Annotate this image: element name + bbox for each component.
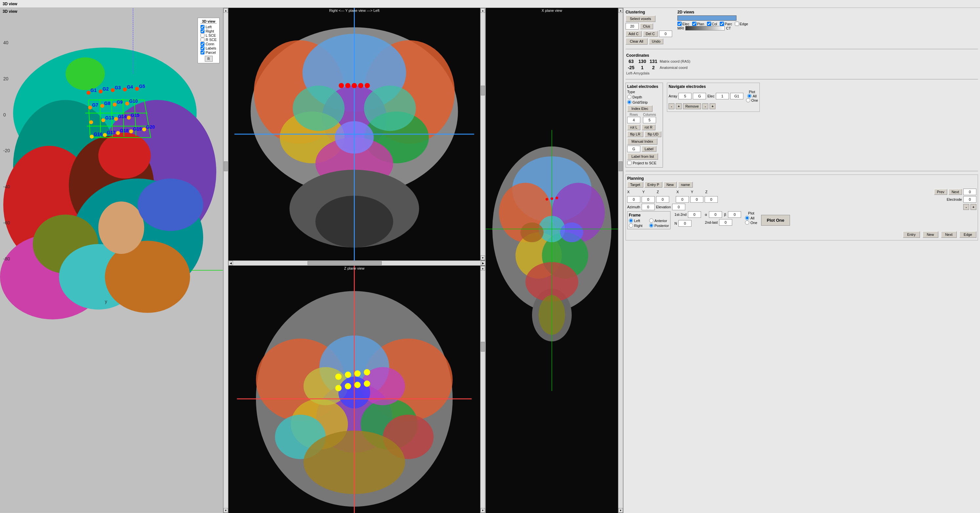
scroll-up-btn[interactable]: ▲ <box>223 8 228 13</box>
label-from-list-btn[interactable]: Label from list <box>627 153 658 160</box>
entry-p-btn[interactable]: Entry P <box>644 182 662 187</box>
elec-minus-btn[interactable]: - <box>702 103 708 109</box>
new2-btn[interactable]: New <box>923 231 938 238</box>
x-scroll-down[interactable]: ▼ <box>618 508 623 513</box>
anterior-radio-item[interactable]: Anterior <box>649 218 669 223</box>
elec-plan-plus-btn[interactable]: + <box>970 204 977 210</box>
rows-input[interactable] <box>627 117 640 123</box>
x-scroll-thumb[interactable] <box>619 161 623 171</box>
array-plus-btn[interactable]: + <box>676 103 682 109</box>
n-input[interactable] <box>678 220 692 227</box>
anterior-radio[interactable] <box>649 218 654 223</box>
edge-checkbox[interactable] <box>735 22 739 26</box>
g-input[interactable] <box>627 146 640 152</box>
elec-checkbox[interactable] <box>678 22 682 26</box>
grid-strip-radio-item[interactable]: Grid/Strip <box>627 100 648 104</box>
edge-btn[interactable]: Edge <box>959 231 977 238</box>
all-radio-item[interactable]: All <box>747 94 757 98</box>
clus-btn[interactable]: Clus <box>640 23 653 29</box>
z-plane-scrollbar[interactable]: ▲ ▼ <box>480 266 485 513</box>
del-c-value[interactable] <box>659 30 672 37</box>
col-checkbox[interactable] <box>707 22 711 26</box>
next-plan-btn[interactable]: Next <box>948 189 962 195</box>
parc-check-item[interactable]: Parc <box>720 22 732 26</box>
nav-all-radio[interactable] <box>747 94 752 98</box>
azimuth-input[interactable] <box>642 204 655 210</box>
y-scroll-up[interactable]: ▲ <box>480 8 485 13</box>
g-nav-input[interactable] <box>693 93 706 99</box>
plan-checkbox[interactable] <box>692 22 697 26</box>
plot-one-radio[interactable] <box>745 221 749 225</box>
x-scroll-track[interactable] <box>619 13 623 508</box>
h-scroll-left[interactable]: ◀ <box>228 261 233 265</box>
x-plane-canvas[interactable]: X plane view <box>486 8 618 513</box>
right-checkbox-item[interactable]: Right <box>200 29 216 33</box>
r-button[interactable]: R <box>205 56 213 62</box>
left-checkbox[interactable] <box>200 25 204 29</box>
y-scroll-down[interactable]: ▼ <box>480 256 485 260</box>
depth-radio-item[interactable]: Depth <box>627 95 642 99</box>
parcel-checkbox-item[interactable]: Parcel <box>200 51 216 54</box>
select-voxels-btn[interactable]: Select voxels <box>625 16 655 22</box>
z-plane-canvas[interactable]: Z plane view <box>228 266 480 513</box>
conn-checkbox-item[interactable]: Conn <box>200 42 216 46</box>
remove-btn[interactable]: Remove <box>683 103 701 109</box>
array-minus-btn[interactable]: - <box>668 103 675 109</box>
alpha-input[interactable] <box>709 211 722 218</box>
plot-all-radio[interactable] <box>745 216 749 220</box>
y2-val-input[interactable] <box>690 196 703 203</box>
y-plane-canvas[interactable]: Right <--- Y plane view ---> Left <box>228 8 480 260</box>
right-checkbox[interactable] <box>200 29 204 33</box>
flip-lr-btn[interactable]: flip LR <box>627 131 643 137</box>
entry-btn[interactable]: Entry <box>903 231 920 238</box>
conn-checkbox[interactable] <box>200 42 204 46</box>
3d-brain-view[interactable]: G1 G2 G3 G4 G5 G7 G8 G9 G10 G13 G14 <box>0 8 223 513</box>
scroll-track[interactable] <box>224 13 228 508</box>
z-scroll-thumb[interactable] <box>481 342 485 352</box>
electrode-val-input[interactable] <box>963 196 977 203</box>
scroll-down-btn[interactable]: ▼ <box>223 508 228 513</box>
second-last-input[interactable] <box>719 219 732 226</box>
rot-r-btn[interactable]: rot R <box>642 124 655 130</box>
x-scroll-up[interactable]: ▲ <box>618 8 623 13</box>
right-frame-radio-item[interactable]: Right <box>629 223 649 228</box>
lsce-checkbox[interactable] <box>200 33 204 37</box>
2d-slider-bar[interactable] <box>678 16 737 21</box>
lsce-checkbox-item[interactable]: L SCE <box>200 33 216 37</box>
labels-checkbox-item[interactable]: Labels <box>200 46 216 50</box>
manual-index-btn[interactable]: Manual Index <box>627 138 657 145</box>
project-to-sce-checkbox[interactable] <box>627 161 632 165</box>
elevation-input[interactable] <box>672 204 685 210</box>
y-val-input[interactable] <box>642 196 655 203</box>
g1-input[interactable] <box>730 93 743 99</box>
left-checkbox-item[interactable]: Left <box>200 25 216 29</box>
undo-btn[interactable]: Undo <box>649 38 663 44</box>
z-scroll-down[interactable]: ▼ <box>480 508 485 513</box>
left-scrollbar[interactable]: ▲ ▼ <box>223 8 228 513</box>
rsce-checkbox-item[interactable]: R SCE <box>200 38 216 42</box>
one-radio-item[interactable]: One <box>746 98 758 102</box>
h-scroll-track[interactable] <box>233 261 481 265</box>
target-btn[interactable]: Target <box>627 182 643 187</box>
posterior-radio-item[interactable]: Posterior <box>649 223 669 228</box>
next-plan-val[interactable] <box>963 189 977 195</box>
index-elec-btn[interactable]: Index Elec <box>627 105 652 112</box>
prev-btn[interactable]: Prev <box>934 189 948 195</box>
plot-one-btn[interactable]: Plot One <box>761 215 790 226</box>
plan-check-item[interactable]: Plan <box>692 22 704 26</box>
labels-checkbox[interactable] <box>200 46 204 50</box>
cluster-value-input[interactable] <box>625 23 639 30</box>
nav-one-radio[interactable] <box>746 98 750 102</box>
depth-radio[interactable] <box>627 95 632 99</box>
parc-checkbox[interactable] <box>720 22 724 26</box>
edge-check-item[interactable]: Edge <box>735 22 748 26</box>
x-val-input[interactable] <box>627 196 640 203</box>
left-frame-radio[interactable] <box>629 218 633 223</box>
first-second-input[interactable] <box>688 211 701 218</box>
posterior-radio[interactable] <box>649 223 654 228</box>
scroll-thumb[interactable] <box>224 161 228 171</box>
array-input[interactable] <box>678 93 692 99</box>
z-scroll-track[interactable] <box>481 271 485 508</box>
add-c-btn[interactable]: Add C <box>625 31 642 37</box>
flip-ud-btn[interactable]: flip UD <box>644 131 661 137</box>
